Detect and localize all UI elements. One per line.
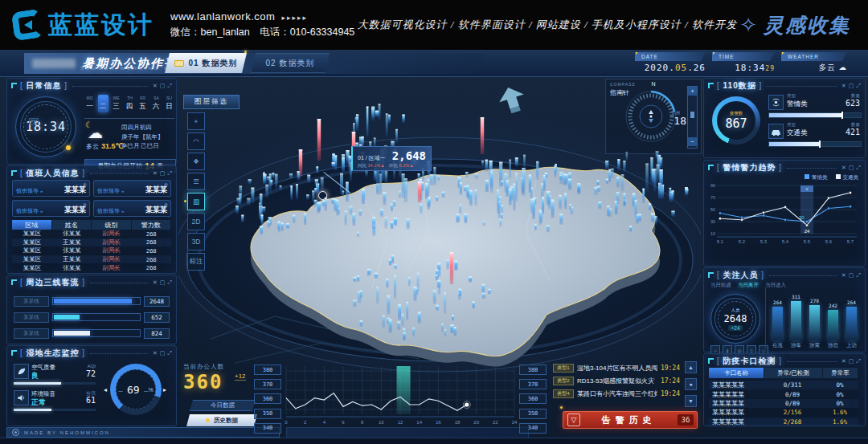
alert-row[interactable]: 类型1湿地3-104片区有不明人员闯入19:24 [553, 361, 680, 374]
scroll-thumb-icon[interactable]: ● [685, 378, 697, 390]
history-data-button[interactable]: 历史数据 [186, 414, 257, 426]
duty-name: 某某某 [64, 185, 86, 195]
table-row[interactable]: 某某区张某某副局长268 [12, 263, 171, 272]
tab-data-category-1[interactable]: 01 数据类别 [165, 53, 247, 73]
window-icon[interactable]: ▢ [849, 272, 854, 278]
zoom-slider-track[interactable] [688, 96, 697, 137]
layer-button-2d[interactable]: 2D [187, 213, 205, 230]
focus-circle-delta: +24 [728, 325, 742, 331]
checkpoint-row[interactable]: 某某某某某0/890% [709, 399, 858, 408]
week-day[interactable]: TU二 [98, 95, 108, 112]
tab-data-category-2[interactable]: 02 数据类别 [251, 53, 330, 73]
layer-button-cluster[interactable]: ❖ [187, 153, 205, 170]
expand-icon[interactable]: ⤢ [167, 350, 172, 356]
layer-button-radar[interactable]: ◠ [187, 132, 205, 150]
alert-time: 19:24 [661, 365, 680, 372]
table-row[interactable]: 某某区王某某副局长268 [12, 255, 171, 264]
today-data-button[interactable]: 今日数据 [190, 400, 256, 411]
window-icon[interactable]: ▢ [160, 170, 166, 176]
expand-icon[interactable]: ⤢ [167, 279, 172, 285]
chevron-right-icon: » [40, 189, 43, 193]
week-day[interactable]: TH四 [125, 95, 135, 112]
window-icon[interactable]: ▢ [160, 279, 166, 285]
duty-cell: 王某某 [52, 238, 92, 246]
window-icon[interactable]: ▢ [849, 358, 854, 364]
close-icon[interactable]: ✕ [153, 170, 158, 176]
table-row[interactable]: 某某区王某某副局长268 [12, 238, 171, 247]
layer-button-pin[interactable]: ⌖ [187, 112, 205, 130]
expand-icon[interactable]: ⤢ [167, 83, 172, 88]
week-day[interactable]: SU日 [164, 95, 174, 112]
panel-corner-icon [11, 350, 17, 356]
checkpoint-row[interactable]: 某某某某某0/890% [709, 389, 858, 398]
flow-bar-row: 某某线824 [14, 328, 170, 338]
checkpoint-name: 某某某某某 [709, 418, 764, 426]
close-icon[interactable]: ✕ [841, 358, 846, 364]
gauge-value: 69 [118, 384, 148, 396]
scroll-up-icon[interactable]: ▲ [685, 361, 697, 373]
panel-checkpoint: 防疫卡口检测✕▢⤢ 卡口名称异常/已检测异常率 某某某某某0/3110%某某某某… [703, 353, 866, 426]
window-icon[interactable]: ▢ [160, 350, 166, 356]
layer-button-3d[interactable]: 3D [187, 233, 205, 251]
zoom-slider[interactable]: + − [687, 86, 698, 149]
checkpoint-row[interactable]: 某某某某某2/1561.6% [709, 408, 858, 417]
scroll-down-icon[interactable]: ▼ [685, 395, 697, 407]
table-row[interactable]: 某某区张某某副局长268 [12, 230, 171, 238]
checkpoint-detected: 2/156 [764, 409, 821, 416]
bar-rect [772, 307, 783, 340]
week-day[interactable]: MO一 [84, 95, 95, 112]
week-day[interactable]: SA六 [151, 95, 162, 112]
expand-icon[interactable]: ⤢ [856, 83, 861, 88]
date-month: 05 [675, 63, 687, 73]
checkpoint-row[interactable]: 某某某某某0/3110% [709, 381, 858, 389]
checkpoint-row[interactable]: 某某某某某2/2681.6% [709, 418, 858, 426]
duty-name: 某某某 [145, 205, 167, 215]
expand-icon[interactable]: ⤢ [856, 165, 861, 170]
focus-tab[interactable]: 当日轨迹 [710, 282, 731, 289]
window-icon[interactable]: ▢ [160, 83, 166, 88]
close-icon[interactable]: ✕ [153, 83, 158, 88]
flow-bar-value: 2648 [144, 296, 170, 307]
svg-text:4: 4 [323, 420, 326, 425]
flow-line-label[interactable]: 某某线 [14, 328, 49, 339]
alert-row[interactable]: 类型2RD13-53烟感报警疑似火灾17:24 [553, 374, 680, 387]
gauge-left-arrow[interactable]: ◂ [104, 386, 107, 393]
expand-icon[interactable]: ⤢ [856, 272, 861, 278]
duty-leader-card[interactable]: 值班领导»⋯⊗某某某 [12, 180, 90, 197]
layer-button-mark[interactable]: 标注 [187, 253, 205, 271]
close-icon[interactable]: ✕ [153, 279, 158, 285]
svg-text:5.3: 5.3 [760, 239, 768, 244]
layer-button-bar-chart[interactable]: ▥ [187, 193, 205, 210]
website-link[interactable]: www.lanlanwork.com [170, 10, 275, 22]
svg-text:0: 0 [285, 420, 288, 425]
alert-row[interactable]: 类型4某路口有小汽车连闯三个红灯19:24 [553, 387, 680, 400]
scale-value: 18 [674, 115, 686, 127]
window-icon[interactable]: ▢ [849, 83, 854, 88]
week-day[interactable]: WE三 [111, 95, 121, 112]
flow-bar-fill [54, 315, 80, 320]
duty-cell: 268 [132, 264, 172, 271]
week-day[interactable]: FR五 [137, 95, 148, 112]
close-icon[interactable]: ✕ [153, 350, 158, 356]
focus-tab[interactable]: 当日离开 [738, 282, 759, 289]
table-row[interactable]: 某某区张某某副局长268 [12, 246, 171, 255]
zoom-in-button[interactable]: + [688, 87, 697, 96]
gauge-right-arrow[interactable]: ▸ [163, 386, 166, 393]
flow-line-label[interactable]: 某某线 [14, 312, 49, 323]
layer-button-list[interactable]: ☰ [187, 173, 205, 190]
compass-dial[interactable] [624, 89, 678, 144]
duty-leader-card[interactable]: 值班领导»⋯⊗某某某 [12, 200, 90, 217]
zoom-out-button[interactable]: − [688, 137, 697, 146]
duty-leader-card[interactable]: 值班领导»⋯⊗某某某 [93, 200, 171, 217]
close-icon[interactable]: ✕ [841, 83, 846, 88]
flow-line-label[interactable]: 某某线 [14, 296, 49, 307]
close-icon[interactable]: ✕ [841, 165, 846, 170]
expand-icon[interactable]: ⤢ [856, 358, 861, 364]
close-icon[interactable]: ✕ [841, 272, 846, 278]
duty-leader-card[interactable]: 值班领导»⋯⊗某某某 [93, 180, 171, 197]
made-by-text: MADE BY NEHOMMICON [24, 430, 110, 435]
expand-icon[interactable]: ⤢ [167, 170, 172, 176]
alarm-history-button[interactable]: ▽ 告警历史 36 [563, 411, 698, 429]
window-icon[interactable]: ▢ [849, 165, 854, 170]
logo-text: 蓝蓝设计 [48, 9, 154, 42]
